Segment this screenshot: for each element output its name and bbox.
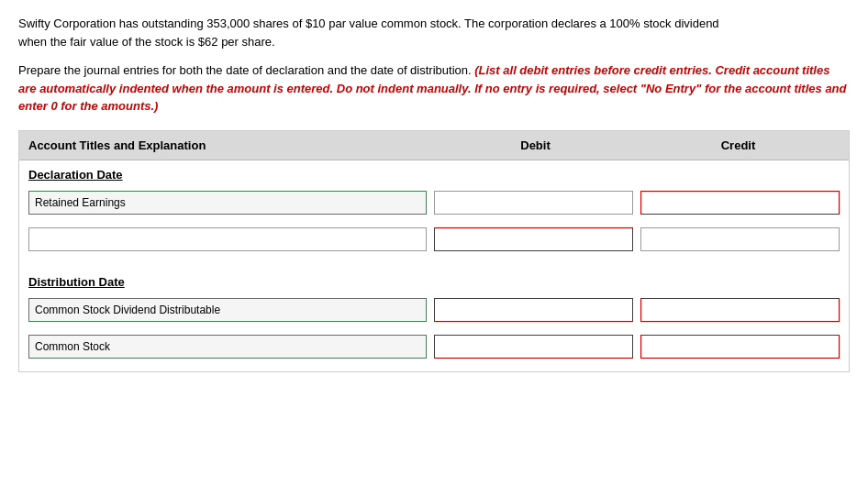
header-col-debit: Debit: [434, 138, 637, 152]
header-col-account: Account Titles and Explanation: [28, 138, 434, 152]
declaration-row2-debit[interactable]: [434, 227, 633, 251]
declaration-row-2: [19, 224, 849, 255]
instruction-prefix: Prepare the journal entries for both the…: [18, 63, 472, 77]
instruction-paragraph: Prepare the journal entries for both the…: [18, 61, 850, 116]
journal-table: Account Titles and Explanation Debit Cre…: [18, 130, 850, 372]
declaration-row1-debit[interactable]: [434, 191, 633, 215]
declaration-row2-account[interactable]: [28, 227, 427, 251]
distribution-row1-account[interactable]: [28, 298, 427, 322]
intro-text-1: Swifty Corporation has outstanding 353,0…: [18, 17, 719, 30]
distribution-row2-account[interactable]: [28, 335, 427, 359]
distribution-row2-debit[interactable]: [434, 335, 633, 359]
intro-paragraph: Swifty Corporation has outstanding 353,0…: [18, 15, 850, 50]
distribution-row2-credit[interactable]: [640, 335, 840, 359]
section-label-distribution: Distribution Date: [19, 268, 849, 294]
intro-text-2: when the fair value of the stock is $62 …: [18, 35, 275, 49]
header-col-credit: Credit: [637, 138, 840, 152]
section-label-declaration: Declaration Date: [19, 160, 849, 187]
distribution-row1-debit[interactable]: [434, 298, 633, 322]
declaration-row-1: [19, 187, 849, 218]
declaration-row1-credit[interactable]: [640, 191, 840, 215]
declaration-row2-credit[interactable]: [640, 227, 840, 251]
distribution-row-1: [19, 294, 849, 326]
table-header: Account Titles and Explanation Debit Cre…: [19, 131, 849, 160]
distribution-row1-credit[interactable]: [640, 298, 840, 322]
distribution-row-2: [19, 331, 849, 362]
declaration-row1-account[interactable]: [28, 191, 427, 215]
